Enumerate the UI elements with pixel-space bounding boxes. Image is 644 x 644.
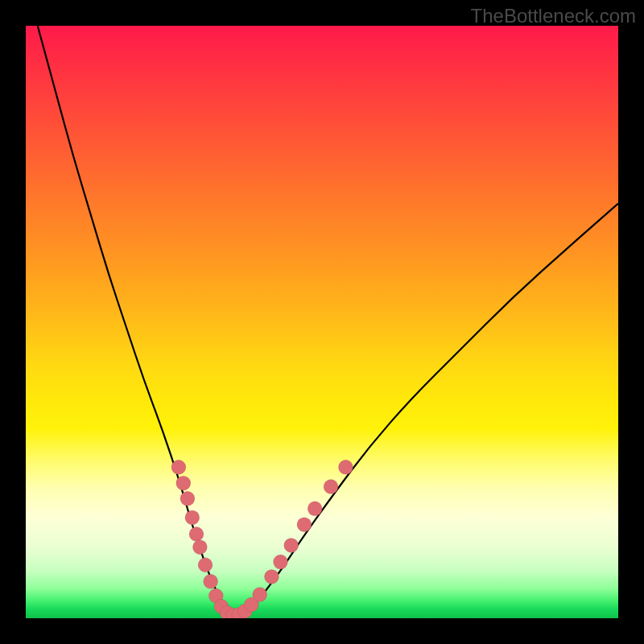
chart-frame: TheBottleneck.com [0,0,644,644]
data-marker [185,510,200,525]
data-marker [204,574,218,588]
bottleneck-curve [38,26,618,614]
data-marker [273,555,287,569]
data-marker [308,502,322,516]
plot-area [26,26,618,618]
data-marker [176,476,191,490]
data-marker [284,538,299,552]
data-marker [171,460,186,474]
data-marker [264,569,279,584]
data-marker [324,480,338,494]
watermark-text: TheBottleneck.com [471,5,636,27]
data-marker [338,460,353,474]
data-marker [189,526,204,541]
data-marker [192,540,207,555]
data-marker [180,491,195,506]
data-marker [253,588,267,602]
chart-svg [26,26,618,618]
data-marker [198,558,213,572]
markers-group [171,460,353,618]
data-marker [297,518,312,532]
curve-group [38,26,618,614]
